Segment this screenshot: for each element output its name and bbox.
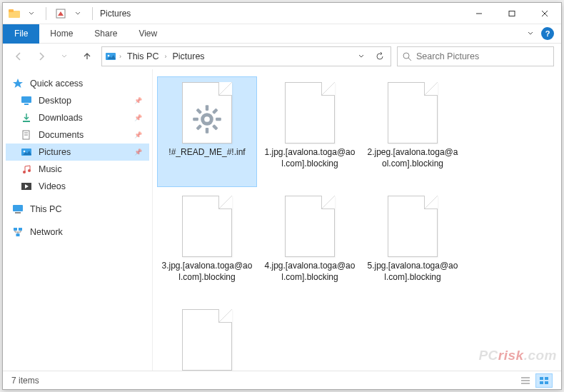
sidebar-item-downloads[interactable]: Downloads <box>6 109 149 126</box>
videos-icon <box>20 180 33 193</box>
desktop-icon <box>20 94 33 107</box>
sidebar-item-pictures[interactable]: Pictures <box>6 144 149 161</box>
svg-rect-1 <box>9 9 14 12</box>
address-bar[interactable]: › This PC › Pictures <box>101 46 391 66</box>
close-button[interactable] <box>528 3 561 24</box>
file-item[interactable]: 5.jpg.[avalona.toga@aol.com].blocking <box>363 190 463 301</box>
properties-icon[interactable] <box>54 6 68 21</box>
sidebar-label: Quick access <box>30 79 83 89</box>
svg-rect-38 <box>540 377 543 380</box>
file-name: 5.jpg.[avalona.toga@aol.com].blocking <box>366 260 460 283</box>
svg-rect-20 <box>13 205 23 211</box>
tab-home[interactable]: Home <box>39 29 84 39</box>
titlebar: Pictures <box>3 3 561 24</box>
svg-point-6 <box>108 55 110 57</box>
sidebar-label: Desktop <box>39 96 71 106</box>
minimize-button[interactable] <box>463 3 495 24</box>
sidebar-label: Documents <box>39 130 84 140</box>
divider <box>46 7 46 20</box>
navigation-bar: › This PC › Pictures <box>3 44 561 69</box>
downloads-icon <box>20 111 33 124</box>
sidebar-item-music[interactable]: Music <box>6 161 149 178</box>
chevron-right-icon[interactable]: › <box>164 53 166 60</box>
sidebar-quick-access[interactable]: Quick access <box>6 75 149 92</box>
thumbnails-view-button[interactable] <box>535 373 553 388</box>
documents-icon <box>20 129 33 141</box>
sidebar-this-pc[interactable]: This PC <box>6 201 149 218</box>
refresh-icon[interactable] <box>372 49 388 64</box>
file-icon <box>283 194 337 258</box>
address-dropdown-icon[interactable] <box>353 49 369 64</box>
svg-rect-33 <box>196 108 202 114</box>
forward-button[interactable] <box>33 48 50 65</box>
file-icon <box>283 81 337 145</box>
file-name: 1.jpg.[avalona.toga@aol.com].blocking <box>263 146 357 169</box>
svg-point-16 <box>24 151 26 153</box>
expand-ribbon-icon[interactable] <box>527 30 534 37</box>
tab-view[interactable]: View <box>128 29 168 39</box>
tab-share[interactable]: Share <box>84 29 128 39</box>
file-item[interactable]: !#_READ_ME_#!.inf <box>157 76 257 187</box>
sidebar-label: This PC <box>30 204 61 214</box>
svg-rect-11 <box>23 121 30 122</box>
network-icon <box>11 226 24 238</box>
svg-rect-21 <box>15 212 21 213</box>
music-icon <box>20 163 33 176</box>
file-name: 2.jpeg.[avalona.toga@aol.com].blocking <box>366 146 460 169</box>
search-icon <box>402 51 412 61</box>
svg-rect-4 <box>509 11 515 16</box>
breadcrumb-thispc[interactable]: This PC <box>124 51 161 61</box>
pictures-icon <box>105 51 116 62</box>
sidebar-item-videos[interactable]: Videos <box>6 178 149 195</box>
svg-rect-31 <box>212 108 218 114</box>
svg-rect-22 <box>14 228 17 231</box>
watermark: PCrisk.com <box>478 348 557 363</box>
sidebar-item-documents[interactable]: Documents <box>6 126 149 144</box>
svg-point-17 <box>23 171 26 174</box>
svg-point-7 <box>403 53 409 59</box>
maximize-button[interactable] <box>495 3 528 24</box>
details-view-button[interactable] <box>517 373 534 388</box>
pictures-icon <box>20 146 33 159</box>
svg-rect-30 <box>216 118 221 121</box>
sidebar-network[interactable]: Network <box>6 223 149 241</box>
svg-rect-34 <box>212 124 218 131</box>
pc-icon <box>11 203 24 216</box>
file-icon <box>386 194 440 258</box>
svg-point-26 <box>204 116 210 122</box>
svg-rect-9 <box>21 96 31 103</box>
chevron-down-icon[interactable] <box>24 6 39 21</box>
file-name: 3.jpg.[avalona.toga@aol.com].blocking <box>160 260 254 283</box>
svg-rect-41 <box>545 381 548 384</box>
file-list[interactable]: !#_READ_ME_#!.inf1.jpg.[avalona.toga@aol… <box>153 69 561 371</box>
quick-access-toolbar <box>7 6 97 21</box>
svg-rect-29 <box>193 118 198 121</box>
recent-locations-icon[interactable] <box>56 48 73 65</box>
file-item[interactable]: 6.jpg.[avalona.toga@aol.com].blocking <box>157 303 257 371</box>
file-icon <box>180 308 234 371</box>
svg-rect-28 <box>206 128 208 134</box>
up-button[interactable] <box>79 48 96 65</box>
svg-point-18 <box>28 169 31 172</box>
back-button[interactable] <box>10 48 27 65</box>
chevron-down-icon[interactable] <box>71 6 85 21</box>
svg-rect-23 <box>19 228 22 231</box>
svg-rect-24 <box>16 233 20 236</box>
help-icon[interactable]: ? <box>541 27 554 40</box>
star-icon <box>11 77 24 90</box>
search-input[interactable] <box>416 51 549 61</box>
file-item[interactable]: 2.jpeg.[avalona.toga@aol.com].blocking <box>363 76 463 187</box>
svg-rect-27 <box>206 105 208 111</box>
breadcrumb-pictures[interactable]: Pictures <box>169 51 207 61</box>
svg-rect-39 <box>545 377 548 380</box>
file-item[interactable]: 1.jpg.[avalona.toga@aol.com].blocking <box>260 76 360 187</box>
file-item[interactable]: 3.jpg.[avalona.toga@aol.com].blocking <box>157 190 257 301</box>
search-box[interactable] <box>397 46 554 66</box>
sidebar-item-desktop[interactable]: Desktop <box>6 92 149 109</box>
file-item[interactable]: 4.jpg.[avalona.toga@aol.com].blocking <box>260 190 360 301</box>
sidebar-label: Music <box>39 164 62 174</box>
ribbon: File Home Share View ? <box>3 24 561 44</box>
file-tab[interactable]: File <box>3 24 39 44</box>
sidebar-label: Pictures <box>39 147 71 157</box>
chevron-right-icon[interactable]: › <box>119 53 121 60</box>
